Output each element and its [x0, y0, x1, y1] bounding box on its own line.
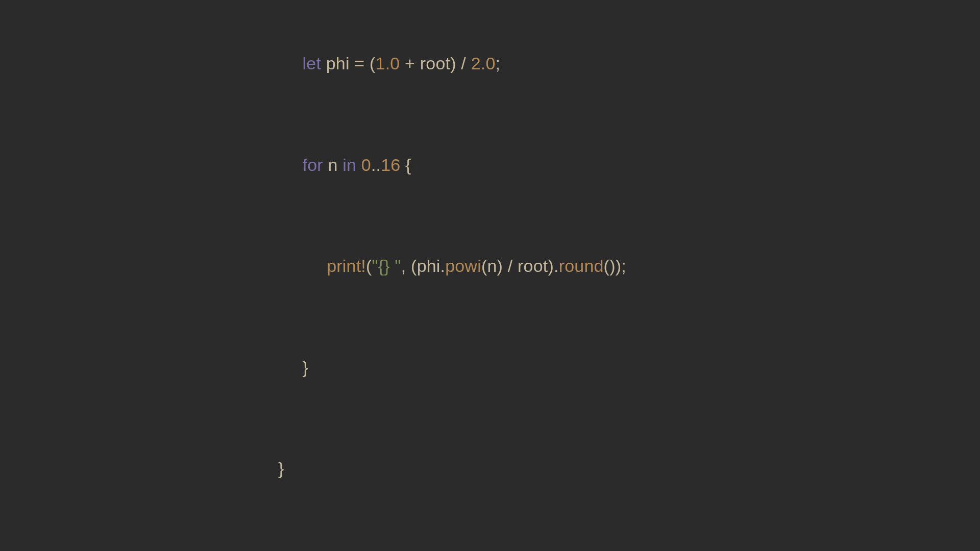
- literal-0: 0: [361, 155, 371, 174]
- code-line-4: for n in 0..16 {: [278, 153, 702, 178]
- literal-2-0: 2.0: [471, 54, 496, 73]
- method-powi: powi: [445, 256, 481, 276]
- kw-for: for: [303, 155, 328, 174]
- code-line-5: print!("{} ", (phi.powi(n) / root).round…: [278, 254, 702, 279]
- macro-print: print!: [327, 256, 366, 276]
- code-line-7: }: [278, 456, 702, 482]
- code-line-3: let phi = (1.0 + root) / 2.0;: [278, 51, 702, 77]
- kw-let: let: [303, 54, 326, 73]
- string-fmt: "{} ": [372, 256, 401, 276]
- method-round: round: [559, 256, 604, 276]
- terminal-block: ~/c/rust >>> highlight --lang rust fib-s…: [278, 0, 702, 551]
- code-line-6: }: [278, 355, 702, 381]
- literal-16: 16: [381, 155, 400, 174]
- literal-1-0: 1.0: [376, 54, 400, 73]
- kw-in: in: [342, 155, 361, 174]
